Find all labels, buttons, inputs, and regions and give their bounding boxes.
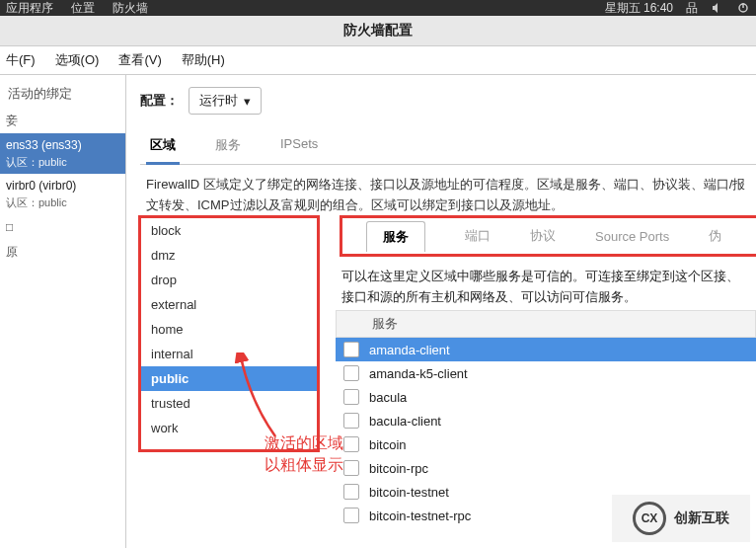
inner-tab-protocols[interactable]: 协议 <box>530 227 556 245</box>
service-label: bitcoin-rpc <box>369 461 428 476</box>
power-icon[interactable] <box>736 1 750 15</box>
menu-help[interactable]: 帮助(H) <box>182 51 225 69</box>
sidebar-group: 妾 <box>0 109 125 133</box>
config-dropdown[interactable]: 运行时 ▾ <box>189 87 262 115</box>
service-row[interactable]: bacula <box>336 385 756 409</box>
sidebar-item-virbr0[interactable]: virbr0 (virbr0) 认区：public <box>0 174 125 215</box>
inner-tab-ports[interactable]: 端口 <box>465 227 491 245</box>
config-label: 配置： <box>140 92 179 110</box>
service-checkbox[interactable] <box>343 389 359 405</box>
service-column-header: 服务 <box>336 310 756 338</box>
sidebar-item-ens33[interactable]: ens33 (ens33) 认区：public <box>0 133 125 175</box>
service-checkbox[interactable] <box>343 484 359 500</box>
sidebar-item-zone: 认区：public <box>6 196 67 208</box>
watermark-logo-icon: CX <box>633 502 666 535</box>
service-row[interactable]: bitcoin-rpc <box>336 456 756 480</box>
topbar-apps[interactable]: 应用程序 <box>6 0 53 17</box>
inner-tab-source-ports[interactable]: Source Ports <box>595 229 669 244</box>
zone-item-dmz[interactable]: dmz <box>141 243 317 268</box>
volume-icon[interactable] <box>711 1 724 15</box>
network-icon[interactable]: 品 <box>685 1 699 15</box>
inner-tabs-box: 服务 端口 协议 Source Ports 伪 <box>340 215 756 257</box>
service-checkbox[interactable] <box>343 413 359 429</box>
inner-tab-masquerade[interactable]: 伪 <box>709 227 721 245</box>
watermark: CX 创新互联 <box>612 495 750 542</box>
service-label: bitcoin-testnet <box>369 485 449 500</box>
menubar: 牛(F) 选项(O) 查看(V) 帮助(H) <box>0 46 756 75</box>
sidebar: 活动的绑定 妾 ens33 (ens33) 认区：public virbr0 (… <box>0 75 126 548</box>
sidebar-item-label: virbr0 (virbr0) <box>6 179 76 193</box>
tab-services[interactable]: 服务 <box>211 128 245 164</box>
service-row[interactable]: bitcoin <box>336 432 756 456</box>
service-label: amanda-k5-client <box>369 366 468 381</box>
service-checkbox[interactable] <box>343 436 359 452</box>
sidebar-extra: 原 <box>0 240 125 265</box>
sidebar-item-zone: 认区：public <box>6 156 67 168</box>
inner-description: 可以在这里定义区域中哪些服务是可信的。可连接至绑定到这个区接、接口和源的所有主机… <box>340 261 756 314</box>
service-label: bitcoin <box>369 437 407 452</box>
service-label: bitcoin-testnet-rpc <box>369 509 471 523</box>
tab-ipsets[interactable]: IPSets <box>276 128 322 164</box>
service-checkbox[interactable] <box>343 508 359 523</box>
zone-item-home[interactable]: home <box>141 317 317 342</box>
service-checkbox[interactable] <box>343 460 359 476</box>
service-row[interactable]: amanda-k5-client <box>336 361 756 385</box>
service-row[interactable]: bacula-client <box>336 409 756 432</box>
service-label: bacula-client <box>369 414 441 429</box>
zone-item-trusted[interactable]: trusted <box>141 391 317 416</box>
annotation-text: 激活的区域以粗体显示 <box>265 432 343 477</box>
sidebar-extra: □ <box>0 215 125 240</box>
service-label: bacula <box>369 390 407 405</box>
window-titlebar: 防火墙配置 <box>0 16 756 46</box>
window-title: 防火墙配置 <box>343 22 413 39</box>
topbar-places[interactable]: 位置 <box>71 0 95 17</box>
watermark-label: 创新互联 <box>674 509 729 527</box>
inner-tab-services[interactable]: 服务 <box>366 221 425 252</box>
service-checkbox[interactable] <box>343 342 359 357</box>
zones-list-box: block dmz drop external home internal pu… <box>138 215 320 452</box>
chevron-down-icon: ▾ <box>244 94 251 109</box>
menu-options[interactable]: 选项(O) <box>55 51 100 69</box>
gnome-topbar: 应用程序 位置 防火墙 星期五 16:40 品 <box>0 0 756 16</box>
topbar-active-app[interactable]: 防火墙 <box>113 0 148 17</box>
zone-item-block[interactable]: block <box>141 218 317 243</box>
menu-file[interactable]: 牛(F) <box>6 51 36 69</box>
menu-view[interactable]: 查看(V) <box>118 51 161 69</box>
zone-item-public[interactable]: public <box>141 366 317 391</box>
sidebar-item-label: ens33 (ens33) <box>6 138 82 152</box>
topbar-clock[interactable]: 星期五 16:40 <box>605 0 673 17</box>
zone-item-drop[interactable]: drop <box>141 268 317 292</box>
config-value: 运行时 <box>199 92 238 110</box>
zone-item-internal[interactable]: internal <box>141 342 317 366</box>
main-tabs: 区域 服务 IPSets <box>140 128 756 165</box>
service-row[interactable]: amanda-client <box>336 338 756 361</box>
sidebar-header: 活动的绑定 <box>0 75 125 109</box>
service-checkbox[interactable] <box>343 365 359 381</box>
zone-item-external[interactable]: external <box>141 292 317 317</box>
tab-zones[interactable]: 区域 <box>146 128 180 164</box>
service-label: amanda-client <box>369 343 450 357</box>
